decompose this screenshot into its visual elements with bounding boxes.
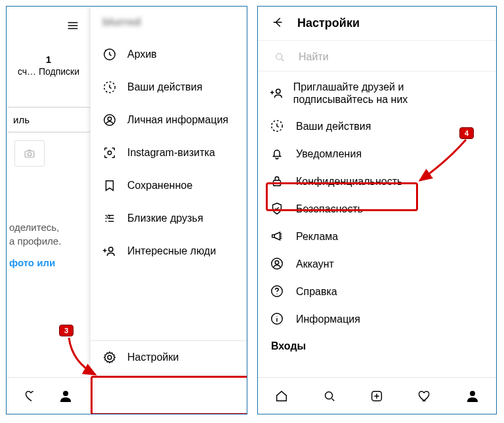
- menu-activity[interactable]: Ваши действия: [91, 71, 247, 104]
- bell-icon: [270, 146, 288, 161]
- svg-point-15: [275, 261, 279, 265]
- open-menu-row: [7, 7, 91, 41]
- svg-point-17: [276, 294, 277, 294]
- menu-label: Ваши действия: [121, 81, 202, 93]
- search-tab[interactable]: [321, 388, 338, 405]
- svg-rect-0: [25, 151, 34, 157]
- home-tab[interactable]: [273, 388, 290, 405]
- svg-point-9: [108, 355, 112, 359]
- subscriptions-counter[interactable]: 1 сч… Подписки: [7, 41, 91, 83]
- profile-underlay: 1 сч… Подписки иль оделитесь, а профиле.…: [7, 7, 91, 374]
- archive-icon: [102, 47, 121, 62]
- bottom-nav: [7, 377, 91, 414]
- back-button[interactable]: [271, 15, 285, 32]
- menu-saved[interactable]: Сохраненное: [91, 169, 247, 202]
- svg-point-5: [104, 115, 116, 126]
- info-icon: [270, 312, 288, 326]
- highlight-settings: [91, 376, 247, 414]
- gear-icon: [102, 350, 121, 365]
- add-photo-link[interactable]: фото или: [7, 248, 91, 268]
- profile-screen: 1 сч… Подписки иль оделитесь, а профиле.…: [6, 6, 247, 414]
- settings-item-label: Аккаунт: [288, 258, 334, 270]
- person-circle-icon: [270, 256, 288, 271]
- menu-label: Сохраненное: [121, 180, 192, 191]
- page-title: Настройки: [285, 16, 360, 30]
- activity-tab[interactable]: [416, 388, 433, 405]
- svg-point-6: [108, 117, 112, 121]
- settings-item-label: Справка: [288, 285, 337, 298]
- highlight-privacy: [266, 182, 418, 211]
- add-person-icon: [270, 86, 285, 100]
- menu-label: Интересные люди: [121, 245, 216, 257]
- new-post-tab[interactable]: [368, 388, 385, 405]
- side-drawer: blurred Архив Ваши действия Личная инфор…: [91, 7, 247, 374]
- svg-point-7: [108, 151, 112, 155]
- menu-nametag[interactable]: Instagram-визитка: [91, 136, 247, 169]
- menu-label: Личная информация: [121, 114, 228, 126]
- logins-section-header: Входы: [258, 332, 496, 352]
- menu-settings[interactable]: Настройки: [91, 340, 247, 374]
- profile-tab[interactable]: [464, 388, 481, 405]
- svg-point-19: [276, 316, 277, 317]
- svg-point-11: [276, 89, 280, 93]
- menu-label: Настройки: [121, 352, 178, 363]
- settings-notifications[interactable]: Уведомления: [258, 140, 496, 167]
- svg-point-1: [28, 153, 31, 156]
- settings-search[interactable]: Найти: [258, 41, 496, 71]
- close-friends-icon: [102, 211, 121, 226]
- bookmark-icon: [102, 178, 121, 193]
- activity-tab[interactable]: [23, 388, 40, 405]
- svg-point-2: [63, 391, 68, 396]
- menu-discover-people[interactable]: Интересные люди: [91, 235, 247, 268]
- subscriptions-label: сч… Подписки: [7, 66, 91, 77]
- activity-icon: [270, 119, 288, 133]
- search-icon: [274, 51, 285, 63]
- settings-item-label: Информация: [288, 313, 360, 325]
- nametag-icon: [102, 146, 121, 160]
- settings-item-label: Уведомления: [288, 148, 362, 160]
- edit-profile-button[interactable]: иль: [7, 107, 91, 132]
- svg-point-20: [325, 392, 332, 399]
- bottom-nav: [258, 377, 496, 414]
- settings-account[interactable]: Аккаунт: [258, 250, 496, 277]
- settings-help[interactable]: Справка: [258, 277, 496, 305]
- menu-label: Близкие друзья: [121, 212, 203, 224]
- help-icon: [270, 284, 288, 298]
- menu-personal-info[interactable]: Личная информация: [91, 104, 247, 136]
- megaphone-icon: [270, 229, 288, 243]
- svg-point-22: [470, 391, 475, 396]
- settings-item-label: Ваши действия: [288, 120, 371, 132]
- svg-point-14: [272, 258, 283, 270]
- menu-archive[interactable]: Архив: [91, 38, 247, 71]
- svg-point-8: [109, 247, 113, 251]
- settings-about[interactable]: Информация: [258, 305, 496, 332]
- svg-point-10: [276, 54, 282, 60]
- settings-header: Настройки: [258, 7, 496, 41]
- menu-close-friends[interactable]: Близкие друзья: [91, 202, 247, 235]
- settings-invite-friends[interactable]: Приглашайте друзей и подписывайтесь на н…: [258, 74, 496, 112]
- activity-icon: [102, 80, 121, 94]
- drawer-username[interactable]: blurred: [91, 7, 247, 38]
- step-badge-4: 4: [459, 127, 474, 139]
- settings-item-label: Реклама: [288, 230, 338, 243]
- new-story-button[interactable]: [14, 140, 45, 167]
- menu-label: Instagram-визитка: [121, 147, 215, 159]
- subscriptions-count: 1: [7, 54, 91, 65]
- settings-screen: Настройки Найти Приглашайте друзей и под…: [257, 6, 497, 414]
- step-badge-3: 3: [59, 325, 74, 336]
- person-circle-icon: [102, 113, 121, 127]
- settings-ads[interactable]: Реклама: [258, 222, 496, 250]
- profile-tab[interactable]: [57, 388, 74, 405]
- menu-label: Архив: [121, 49, 157, 60]
- search-placeholder: Найти: [285, 51, 329, 63]
- settings-item-label: Приглашайте друзей и подписывайтесь на н…: [285, 81, 487, 106]
- add-person-icon: [102, 244, 121, 258]
- share-hint: оделитесь, а профиле.: [7, 167, 91, 248]
- hamburger-icon[interactable]: [64, 17, 81, 34]
